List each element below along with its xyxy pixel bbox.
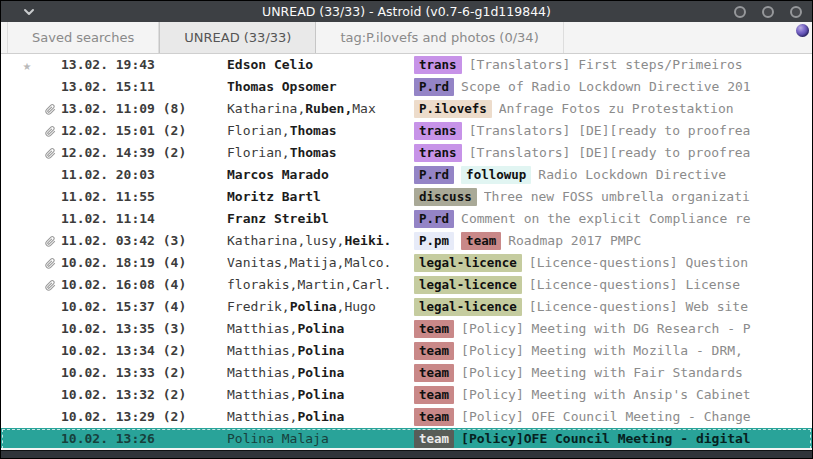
tag-trans: trans xyxy=(414,56,462,74)
message-main: legal-licence [Licence-questions] Licens… xyxy=(414,274,812,296)
message-row[interactable]: ★ 10.02. 13:29 (2) Matthias,Polina team … xyxy=(1,406,812,428)
message-tags: P.rdfollowup xyxy=(414,164,538,186)
message-row[interactable]: ★ 10.02. 13:26 Polina Malaja team [Polic… xyxy=(1,428,812,448)
message-authors: Matthias,Polina xyxy=(227,384,414,406)
message-authors: Franz Streibl xyxy=(227,208,414,230)
message-date: 10.02. 15:37 (4) xyxy=(61,296,227,318)
message-tags: P.rd xyxy=(414,208,461,230)
message-row[interactable]: ★ 12.02. 14:39 (2) Florian,Thomas trans … xyxy=(1,142,812,164)
message-main: team [Policy] Meeting with DG Research -… xyxy=(414,318,812,340)
message-subject: [Policy] Meeting with Ansip's Cabinet xyxy=(461,384,751,406)
window-title: UNREAD (33/33) - Astroid (v0.7-6-g1d1198… xyxy=(1,4,812,19)
tag-P.pm: P.pm xyxy=(414,232,454,250)
message-date: 13.02. 19:43 xyxy=(61,54,227,76)
message-date: 10.02. 13:26 xyxy=(61,428,227,448)
titlebar: UNREAD (33/33) - Astroid (v0.7-6-g1d1198… xyxy=(1,1,812,22)
attachment-icon xyxy=(39,142,61,164)
message-row[interactable]: ★ 11.02. 20:03 Marcos Marado P.rdfollowu… xyxy=(1,164,812,186)
tab-0[interactable]: Saved searches xyxy=(7,22,159,53)
close-button[interactable] xyxy=(790,6,802,18)
message-row[interactable]: ★ 10.02. 18:19 (4) Vanitas,Matija,Malco.… xyxy=(1,252,812,274)
message-subject: [Translators] First steps/Primeiros xyxy=(469,54,743,76)
message-authors: Katharina,Ruben,Max xyxy=(227,98,414,120)
message-tags: discuss xyxy=(414,186,484,208)
tag-team: team xyxy=(414,408,454,426)
message-authors: Matthias,Polina xyxy=(227,406,414,428)
tag-team: team xyxy=(414,320,454,338)
message-main: P.pmteam Roadmap 2017 PMPC xyxy=(414,230,812,252)
message-subject: [Translators] [DE][ready to proofrea xyxy=(469,142,751,164)
message-subject: [Policy] Meeting with Fair Standards xyxy=(461,362,743,384)
message-date: 12.02. 15:01 (2) xyxy=(61,120,227,142)
tag-team: team xyxy=(414,430,454,448)
message-main: P.rd Scope of Radio Lockdown Directive 2… xyxy=(414,76,812,98)
message-authors: Katharina,lusy,Heiki. xyxy=(227,230,414,252)
message-tags: trans xyxy=(414,120,469,142)
globe-icon xyxy=(796,24,809,37)
message-date: 11.02. 11:55 xyxy=(61,186,227,208)
message-date: 11.02. 20:03 xyxy=(61,164,227,186)
message-row[interactable]: ★ 10.02. 13:34 (2) Matthias,Polina team … xyxy=(1,340,812,362)
message-list: ★ 13.02. 19:43 Edson Celio trans [Transl… xyxy=(1,54,812,448)
message-main: discuss Three new FOSS umbrella organiza… xyxy=(414,186,812,208)
message-row[interactable]: ★ 11.02. 11:14 Franz Streibl P.rd Commen… xyxy=(1,208,812,230)
message-main: P.rd Comment on the explicit Compliance … xyxy=(414,208,812,230)
message-date: 11.02. 03:42 (3) xyxy=(61,230,227,252)
message-subject: [Licence-questions] Web site xyxy=(529,296,748,318)
attachment-icon xyxy=(39,230,61,252)
tab-1[interactable]: UNREAD (33/33) xyxy=(159,22,316,53)
message-row[interactable]: ★ 11.02. 03:42 (3) Katharina,lusy,Heiki.… xyxy=(1,230,812,252)
message-date: 13.02. 15:11 xyxy=(61,76,227,98)
tag-P.rd: P.rd xyxy=(414,210,454,228)
message-authors: Moritz Bartl xyxy=(227,186,414,208)
message-tags: team xyxy=(414,384,461,406)
tag-legal-licence: legal-licence xyxy=(414,298,522,316)
window-buttons xyxy=(734,1,802,22)
message-main: team [Policy] Meeting with Fair Standard… xyxy=(414,362,812,384)
tag-team: team xyxy=(414,364,454,382)
message-date: 11.02. 11:14 xyxy=(61,208,227,230)
message-row[interactable]: ★ 10.02. 13:32 (2) Matthias,Polina team … xyxy=(1,384,812,406)
message-row[interactable]: ★ 10.02. 13:33 (2) Matthias,Polina team … xyxy=(1,362,812,384)
maximize-button[interactable] xyxy=(762,6,774,18)
message-row[interactable]: ★ 10.02. 16:08 (4) florakis,Martin,Carl.… xyxy=(1,274,812,296)
message-row[interactable]: ★ 13.02. 11:09 (8) Katharina,Ruben,Max P… xyxy=(1,98,812,120)
message-main: legal-licence [Licence-questions] Web si… xyxy=(414,296,812,318)
message-row[interactable]: ★ 12.02. 15:01 (2) Florian,Thomas trans … xyxy=(1,120,812,142)
tab-2[interactable]: tag:P.ilovefs and photos (0/34) xyxy=(316,22,563,53)
message-subject: [Licence-questions] Question xyxy=(529,252,748,274)
message-authors: Marcos Marado xyxy=(227,164,414,186)
message-row[interactable]: ★ 10.02. 15:37 (4) Fredrik,Polina,Hugo l… xyxy=(1,296,812,318)
message-subject: Roadmap 2017 PMPC xyxy=(508,230,641,252)
message-main: team [Policy] Meeting with Ansip's Cabin… xyxy=(414,384,812,406)
message-row[interactable]: ★ 13.02. 19:43 Edson Celio trans [Transl… xyxy=(1,54,812,76)
message-subject: Radio Lockdown Directive xyxy=(538,164,726,186)
flag-star-icon: ★ xyxy=(15,54,39,76)
message-authors: Vanitas,Matija,Malco. xyxy=(227,252,414,274)
message-authors: florakis,Martin,Carl. xyxy=(227,274,414,296)
message-date: 10.02. 13:32 (2) xyxy=(61,384,227,406)
tag-P.ilovefs: P.ilovefs xyxy=(414,100,492,118)
message-subject: Three new FOSS umbrella organizati xyxy=(484,186,750,208)
message-subject: [Licence-questions] License xyxy=(529,274,740,296)
message-row[interactable]: ★ 11.02. 11:55 Moritz Bartl discuss Thre… xyxy=(1,186,812,208)
message-tags: legal-licence xyxy=(414,296,529,318)
attachment-icon xyxy=(39,274,61,296)
message-date: 13.02. 11:09 (8) xyxy=(61,98,227,120)
message-subject: [Policy] Meeting with DG Research - P xyxy=(461,318,751,340)
message-main: trans [Translators] [DE][ready to proofr… xyxy=(414,142,812,164)
message-authors: Matthias,Polina xyxy=(227,340,414,362)
message-date: 12.02. 14:39 (2) xyxy=(61,142,227,164)
message-date: 10.02. 13:35 (3) xyxy=(61,318,227,340)
tag-team: team xyxy=(414,342,454,360)
tab-bar: Saved searchesUNREAD (33/33)tag:P.ilovef… xyxy=(1,22,812,54)
message-tags: team xyxy=(414,340,461,362)
message-row[interactable]: ★ 10.02. 13:35 (3) Matthias,Polina team … xyxy=(1,318,812,340)
message-row[interactable]: ★ 13.02. 15:11 Thomas Opsomer P.rd Scope… xyxy=(1,76,812,98)
tag-team: team xyxy=(461,232,501,250)
minimize-button[interactable] xyxy=(734,6,746,18)
message-tags: P.pmteam xyxy=(414,230,508,252)
message-tags: team xyxy=(414,362,461,384)
message-tags: trans xyxy=(414,142,469,164)
status-bar xyxy=(1,450,812,458)
